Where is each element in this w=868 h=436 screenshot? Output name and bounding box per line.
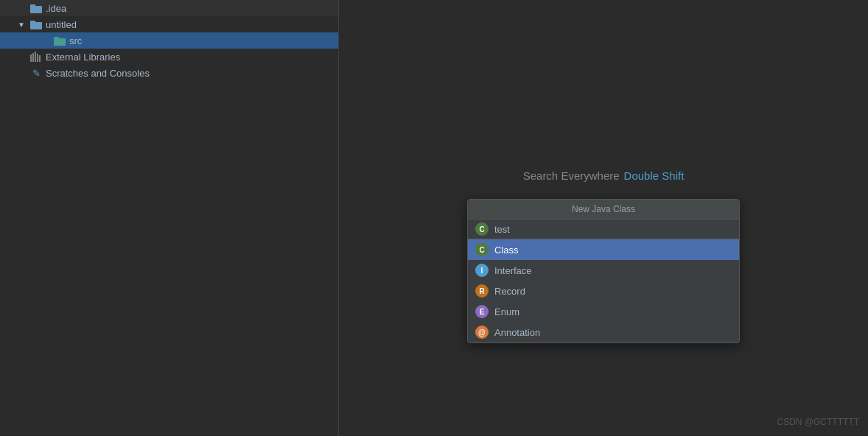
sidebar: .idea ▼ untitled src (0, 0, 339, 436)
record-label: Record (494, 286, 525, 297)
record-icon: R (475, 284, 489, 298)
svg-rect-4 (54, 38, 66, 46)
folder-icon (29, 2, 43, 14)
sidebar-item-idea[interactable]: .idea (0, 0, 338, 16)
interface-label: Interface (494, 265, 532, 276)
svg-rect-6 (30, 54, 32, 62)
interface-icon: I (475, 264, 489, 277)
sidebar-item-untitled[interactable]: ▼ untitled (0, 16, 338, 32)
untitled-folder-icon (29, 18, 43, 30)
enum-label: Enum (494, 306, 519, 317)
sidebar-item-idea-label: .idea (46, 3, 66, 14)
popup-input-value: test (494, 224, 510, 235)
new-java-class-popup: New Java Class C test C Class I Interfac… (467, 199, 740, 343)
svg-rect-2 (30, 22, 42, 29)
external-libraries-icon (29, 51, 43, 63)
svg-rect-5 (54, 37, 59, 39)
svg-rect-8 (35, 52, 36, 62)
svg-rect-0 (30, 6, 42, 13)
sidebar-item-untitled-label: untitled (46, 19, 77, 30)
popup-header: New Java Class (468, 200, 739, 219)
sidebar-item-src-label: src (69, 35, 82, 46)
search-hint-shortcut: Double Shift (624, 169, 685, 182)
search-hint-text: Search Everywhere (523, 169, 620, 182)
sidebar-item-external-libraries[interactable]: External Libraries (0, 49, 338, 65)
popup-list: C Class I Interface R Record E Enum @ An… (468, 239, 739, 342)
sidebar-item-scratches-label: Scratches and Consoles (46, 68, 150, 79)
search-everywhere-hint: Search Everywhere Double Shift (523, 169, 685, 182)
svg-rect-1 (30, 4, 35, 7)
popup-input-row[interactable]: C test (468, 219, 739, 239)
annotation-label: Annotation (494, 327, 540, 338)
input-type-icon: C (475, 222, 489, 236)
scratches-icon: ✎ (29, 67, 43, 79)
enum-icon: E (475, 305, 489, 318)
svg-rect-9 (37, 54, 38, 62)
watermark: CSDN @GCTTTTTT (777, 417, 860, 427)
svg-rect-10 (39, 55, 41, 62)
popup-list-item-class[interactable]: C Class (468, 239, 739, 260)
svg-rect-3 (30, 21, 35, 23)
sidebar-item-scratches-and-consoles[interactable]: ✎ Scratches and Consoles (0, 65, 338, 81)
class-icon: C (475, 243, 489, 256)
sidebar-item-src[interactable]: src (0, 32, 338, 49)
main-content: Search Everywhere Double Shift New Java … (339, 0, 868, 436)
annotation-icon: @ (475, 326, 489, 339)
popup-list-item-interface[interactable]: I Interface (468, 260, 739, 281)
popup-list-item-enum[interactable]: E Enum (468, 301, 739, 322)
svg-rect-7 (32, 53, 34, 62)
untitled-arrow-icon: ▼ (18, 21, 29, 29)
popup-list-item-annotation[interactable]: @ Annotation (468, 322, 739, 342)
sidebar-item-external-libraries-label: External Libraries (46, 52, 120, 63)
src-folder-icon (53, 35, 66, 46)
popup-list-item-record[interactable]: R Record (468, 281, 739, 301)
class-label: Class (494, 245, 519, 256)
